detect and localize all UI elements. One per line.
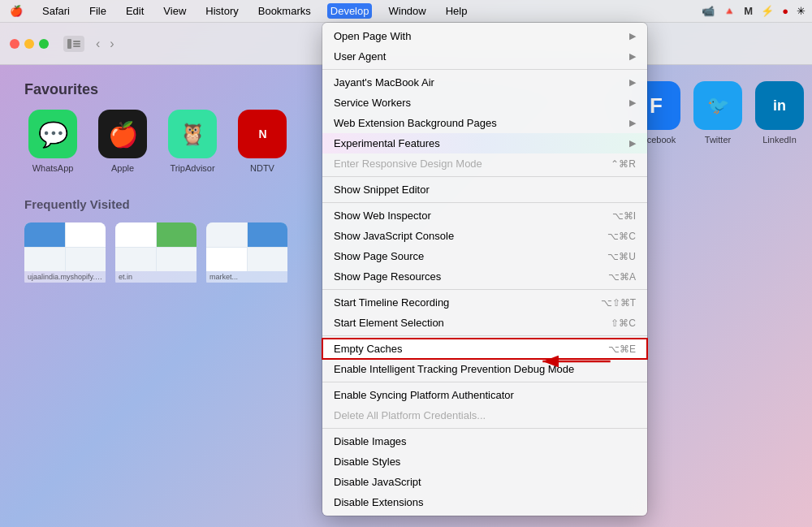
arrow-icon: ▶ (629, 77, 636, 88)
linkedin-label: LinkedIn (762, 135, 797, 145)
develop-dropdown-menu: Open Page With ▶ User Agent ▶ Jayant's M… (322, 23, 647, 516)
menu-bookmarks[interactable]: Bookmarks (255, 3, 314, 19)
tripadvisor-icon: 🦉 (168, 110, 217, 158)
apple-menu[interactable]: 🍎 (6, 3, 26, 19)
separator-4 (322, 289, 647, 290)
menu-start-timeline[interactable]: Start Timeline Recording ⌥⇧⌘T (322, 292, 647, 313)
shortcut-element: ⇧⌘C (611, 317, 636, 329)
arrow-icon: ▶ (629, 118, 636, 128)
menu-develop[interactable]: Develop (327, 3, 373, 19)
freq-thumb-1 (24, 222, 106, 271)
linkedin-icon: in (755, 81, 804, 130)
back-button[interactable]: ‹ (93, 35, 103, 53)
traffic-lights (10, 39, 49, 49)
apple-fav-icon: 🍎 (98, 110, 147, 158)
menubar-right-icons: 📹 🔺 M ⚡ ● ✳ (702, 5, 806, 17)
menu-disable-javascript[interactable]: Disable JavaScript (322, 472, 647, 492)
menu-web-extension-bg[interactable]: Web Extension Background Pages ▶ (322, 113, 647, 133)
fav-whatsapp[interactable]: 💬 WhatsApp (24, 110, 81, 173)
whatsapp-icon: 💬 (28, 110, 77, 158)
minimize-button[interactable] (24, 39, 34, 49)
forward-button[interactable]: › (106, 35, 117, 53)
separator-2 (322, 176, 647, 177)
menu-history[interactable]: History (202, 3, 241, 19)
freq-item-1[interactable]: ujaalindia.myshopify.com (24, 222, 106, 287)
utility-icon-2[interactable]: M (744, 5, 753, 17)
shortcut-timeline: ⌥⇧⌘T (601, 297, 636, 309)
freq-item-2[interactable]: et.in (115, 222, 197, 287)
arrow-icon: ▶ (629, 51, 636, 62)
menu-disable-images[interactable]: Disable Images (322, 431, 647, 451)
menubar: 🍎 Safari File Edit View History Bookmark… (0, 0, 812, 23)
menu-help[interactable]: Help (443, 3, 471, 19)
shortcut-console: ⌥⌘C (607, 231, 636, 242)
freq-label-2: et.in (115, 271, 197, 283)
freq-thumb-3 (206, 222, 287, 271)
menu-service-workers[interactable]: Service Workers ▶ (322, 93, 647, 113)
tripadvisor-label: TripAdvisor (170, 163, 214, 173)
twitter-label: Twitter (705, 135, 731, 145)
menu-disable-extensions[interactable]: Disable Extensions (322, 492, 647, 512)
menu-edit[interactable]: Edit (123, 3, 147, 19)
menu-file[interactable]: File (86, 3, 110, 19)
separator-5 (322, 335, 647, 336)
apple-label: Apple (111, 163, 134, 173)
shortcut-responsive: ⌃⌘R (611, 158, 636, 170)
utility-icon-5[interactable]: ✳ (797, 5, 806, 17)
menu-experimental-features[interactable]: Experimental Features ▶ (322, 133, 647, 153)
fav-linkedin[interactable]: in LinkedIn (755, 81, 804, 145)
menu-disable-styles[interactable]: Disable Styles (322, 451, 647, 472)
shortcut-resources: ⌥⌘A (608, 271, 636, 283)
menu-show-web-inspector[interactable]: Show Web Inspector ⌥⌘I (322, 205, 647, 226)
red-arrow-icon (536, 349, 617, 374)
svg-rect-0 (67, 39, 71, 49)
video-icon[interactable]: 📹 (702, 5, 715, 17)
arrow-icon: ▶ (629, 138, 636, 149)
whatsapp-label: WhatsApp (32, 163, 74, 173)
shortcut-source: ⌥⌘U (607, 251, 636, 262)
arrow-annotation (536, 349, 617, 374)
menu-safari[interactable]: Safari (39, 3, 73, 19)
menu-window[interactable]: Window (385, 3, 429, 19)
menu-open-page-with[interactable]: Open Page With ▶ (322, 26, 647, 46)
utility-icon-1[interactable]: 🔺 (723, 5, 736, 17)
fav-tripadvisor[interactable]: 🦉 TripAdvisor (164, 110, 221, 173)
svg-rect-1 (73, 41, 80, 42)
menu-user-agent[interactable]: User Agent ▶ (322, 46, 647, 67)
menu-show-js-console[interactable]: Show JavaScript Console ⌥⌘C (322, 226, 647, 246)
arrow-icon: ▶ (629, 97, 636, 108)
freq-thumb-2 (115, 222, 197, 271)
menu-show-page-resources[interactable]: Show Page Resources ⌥⌘A (322, 266, 647, 287)
separator-3 (322, 202, 647, 203)
freq-item-3[interactable]: market... (206, 222, 287, 287)
fullscreen-button[interactable] (39, 39, 49, 49)
fav-apple[interactable]: 🍎 Apple (94, 110, 151, 173)
utility-icon-4[interactable]: ● (782, 5, 788, 17)
close-button[interactable] (10, 39, 19, 49)
separator-6 (322, 382, 647, 382)
right-favourites: F Facebook 🐦 Twitter in LinkedIn (632, 81, 812, 145)
menu-show-page-source[interactable]: Show Page Source ⌥⌘U (322, 246, 647, 266)
svg-rect-2 (73, 43, 80, 45)
menu-delete-credentials: Delete All Platform Credentials... (322, 405, 647, 425)
menu-macbook-air[interactable]: Jayant's MacBook Air ▶ (322, 72, 647, 93)
shortcut-inspector: ⌥⌘I (612, 210, 636, 222)
nav-buttons: ‹ › (93, 35, 118, 53)
arrow-icon: ▶ (629, 31, 636, 41)
fav-ndtv[interactable]: N NDTV (234, 110, 291, 173)
menu-enable-syncing[interactable]: Enable Syncing Platform Authenticator (322, 385, 647, 405)
svg-rect-3 (73, 45, 80, 47)
menu-view[interactable]: View (160, 3, 189, 19)
menu-show-snippet-editor[interactable]: Show Snippet Editor (322, 179, 647, 200)
freq-label-1: ujaalindia.myshopify.com (24, 271, 106, 283)
freq-label-3: market... (206, 271, 287, 283)
menu-responsive-design: Enter Responsive Design Mode ⌃⌘R (322, 153, 647, 174)
twitter-icon: 🐦 (693, 81, 742, 130)
fav-twitter[interactable]: 🐦 Twitter (693, 81, 742, 145)
sidebar-toggle[interactable] (63, 36, 84, 52)
utility-icon-3[interactable]: ⚡ (761, 5, 774, 17)
separator-7 (322, 428, 647, 429)
menu-start-element-selection[interactable]: Start Element Selection ⇧⌘C (322, 313, 647, 333)
ndtv-label: NDTV (250, 163, 274, 173)
ndtv-icon: N (238, 110, 287, 158)
